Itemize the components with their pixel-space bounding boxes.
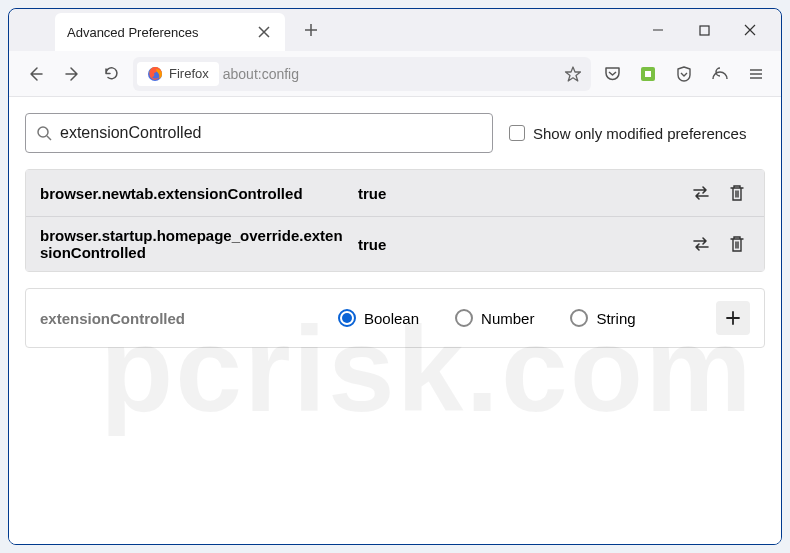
preferences-table: browser.newtab.extensionControlled true …	[25, 169, 765, 272]
maximize-icon	[699, 25, 710, 36]
trash-icon	[729, 184, 745, 202]
arrow-right-icon	[64, 65, 82, 83]
pref-row[interactable]: browser.startup.homepage_override.extens…	[26, 216, 764, 271]
forward-button[interactable]	[57, 58, 89, 90]
search-icon	[36, 125, 52, 141]
pref-name: browser.startup.homepage_override.extens…	[40, 227, 350, 261]
pocket-icon	[604, 65, 621, 82]
radio-label: Number	[481, 310, 534, 327]
hamburger-icon	[748, 66, 764, 82]
arrow-left-icon	[26, 65, 44, 83]
radio-string[interactable]: String	[570, 309, 635, 327]
url-text: about:config	[223, 66, 559, 82]
pref-name: browser.newtab.extensionControlled	[40, 185, 350, 202]
search-box[interactable]	[25, 113, 493, 153]
radio-input[interactable]	[338, 309, 356, 327]
account-icon	[711, 65, 729, 83]
firefox-icon	[147, 66, 163, 82]
url-bar[interactable]: Firefox about:config	[133, 57, 591, 91]
pref-row[interactable]: browser.newtab.extensionControlled true	[26, 170, 764, 216]
trash-icon	[729, 235, 745, 253]
radio-label: Boolean	[364, 310, 419, 327]
radio-boolean[interactable]: Boolean	[338, 309, 419, 327]
titlebar: Advanced Preferences	[9, 9, 781, 51]
content-area: Show only modified preferences browser.n…	[9, 97, 781, 544]
svg-rect-0	[700, 26, 709, 35]
modified-only-label: Show only modified preferences	[533, 125, 746, 142]
svg-point-4	[38, 127, 48, 137]
close-icon	[258, 26, 270, 38]
toggle-icon	[691, 185, 711, 201]
menu-button[interactable]	[741, 59, 771, 89]
new-pref-name: extensionControlled	[40, 310, 330, 327]
modified-only-row[interactable]: Show only modified preferences	[509, 125, 746, 142]
extension-icon	[640, 66, 656, 82]
pref-value: true	[358, 236, 680, 253]
tab-title: Advanced Preferences	[67, 25, 199, 40]
toolbar: Firefox about:config	[9, 51, 781, 97]
toggle-button[interactable]	[688, 180, 714, 206]
inbox-button[interactable]	[669, 59, 699, 89]
bookmark-button[interactable]	[559, 65, 587, 83]
radio-number[interactable]: Number	[455, 309, 534, 327]
inbox-icon	[675, 65, 693, 83]
reload-icon	[103, 65, 120, 82]
close-window-button[interactable]	[727, 9, 773, 51]
svg-rect-3	[645, 71, 651, 77]
radio-input[interactable]	[455, 309, 473, 327]
toggle-button[interactable]	[688, 231, 714, 257]
search-input[interactable]	[60, 124, 482, 142]
browser-tab[interactable]: Advanced Preferences	[55, 13, 285, 51]
extension-button[interactable]	[633, 59, 663, 89]
maximize-button[interactable]	[681, 9, 727, 51]
close-icon	[744, 24, 756, 36]
star-icon	[564, 65, 582, 83]
modified-only-checkbox[interactable]	[509, 125, 525, 141]
reload-button[interactable]	[95, 58, 127, 90]
pref-value: true	[358, 185, 680, 202]
delete-button[interactable]	[724, 231, 750, 257]
plus-icon	[304, 23, 318, 37]
delete-button[interactable]	[724, 180, 750, 206]
new-tab-button[interactable]	[297, 16, 325, 44]
identity-box[interactable]: Firefox	[137, 62, 219, 86]
radio-input[interactable]	[570, 309, 588, 327]
close-tab-button[interactable]	[255, 23, 273, 41]
account-button[interactable]	[705, 59, 735, 89]
plus-icon	[725, 310, 741, 326]
radio-label: String	[596, 310, 635, 327]
add-pref-button[interactable]	[716, 301, 750, 335]
minimize-button[interactable]	[635, 9, 681, 51]
minimize-icon	[652, 24, 664, 36]
pocket-button[interactable]	[597, 59, 627, 89]
identity-label: Firefox	[169, 66, 209, 81]
type-radio-group: Boolean Number String	[338, 309, 708, 327]
back-button[interactable]	[19, 58, 51, 90]
new-pref-row: extensionControlled Boolean Number Strin…	[25, 288, 765, 348]
toggle-icon	[691, 236, 711, 252]
